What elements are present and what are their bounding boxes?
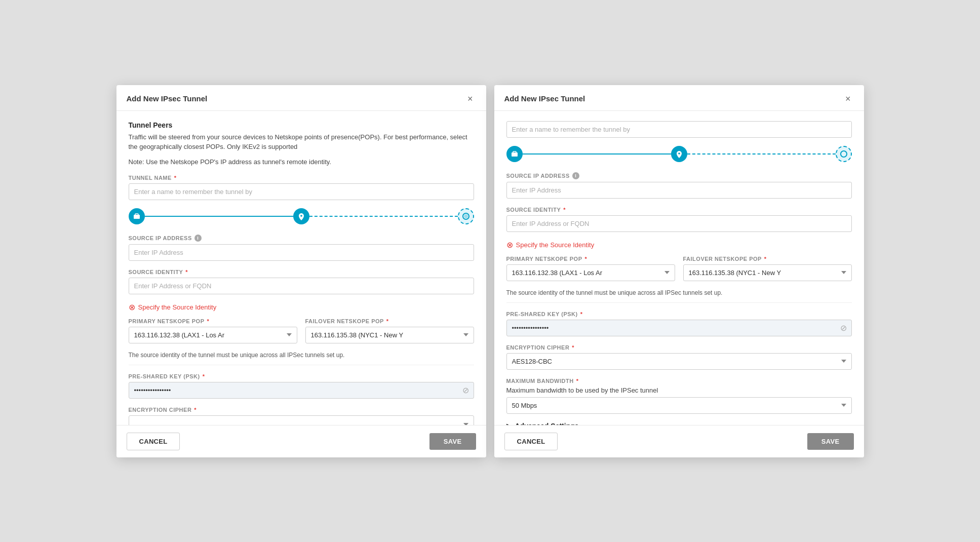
- right-source-ip-info-icon[interactable]: i: [572, 172, 579, 179]
- right-encryption-label: ENCRYPTION CIPHER *: [506, 344, 852, 351]
- left-dialog-close-button[interactable]: ×: [464, 93, 476, 104]
- right-bandwidth-label: MAXIMUM BANDWIDTH *: [506, 378, 852, 384]
- right-progress-indicator: [506, 146, 852, 162]
- tunnel-name-input[interactable]: [129, 183, 474, 200]
- right-primary-pop-label: PRIMARY NETSKOPE POP *: [506, 256, 675, 262]
- right-failover-pop-select[interactable]: 163.116.135.38 (NYC1 - New Y: [683, 264, 852, 281]
- right-source-ip-field: SOURCE IP ADDRESS i: [506, 172, 852, 199]
- psk-visibility-toggle-button[interactable]: ⊘: [462, 385, 469, 395]
- prog-line-1: [145, 216, 293, 217]
- svg-rect-2: [512, 152, 518, 157]
- primary-pop-label: PRIMARY NETSKOPE POP *: [129, 318, 297, 324]
- right-prog-node-2: [671, 146, 687, 162]
- left-dialog-title: Add New IPsec Tunnel: [127, 94, 208, 103]
- failover-pop-select[interactable]: 163.116.135.38 (NYC1 - New Y: [305, 327, 474, 343]
- prog-node-1: [129, 208, 145, 224]
- primary-pop-select[interactable]: 163.116.132.38 (LAX1 - Los Ar: [129, 327, 297, 343]
- required-star-5: *: [203, 373, 205, 379]
- error-circle-icon: ⊗: [129, 302, 135, 312]
- right-unique-note: The source identity of the tunnel must b…: [506, 289, 852, 303]
- psk-field: PRE-SHARED KEY (PSK) * ⊘: [129, 373, 474, 399]
- right-bandwidth-select[interactable]: 50 Mbps: [506, 397, 852, 414]
- right-primary-pop-field: PRIMARY NETSKOPE POP * 163.116.132.38 (L…: [506, 256, 675, 281]
- right-primary-pop-select[interactable]: 163.116.132.38 (LAX1 - Los Ar: [506, 264, 675, 281]
- source-identity-error: ⊗ Specify the Source Identity: [129, 302, 474, 312]
- svg-rect-0: [134, 215, 140, 219]
- right-tunnel-name-input[interactable]: [506, 121, 852, 138]
- source-ip-label: SOURCE IP ADDRESS i: [129, 235, 474, 242]
- right-source-ip-label: SOURCE IP ADDRESS i: [506, 172, 852, 179]
- tunnel-note: Note: Use the Netskope POP's IP address …: [129, 158, 474, 166]
- source-identity-label: SOURCE IDENTITY *: [129, 269, 474, 275]
- right-psk-field: PRE-SHARED KEY (PSK) * ⊘: [506, 311, 852, 336]
- right-required-star-3: *: [764, 256, 767, 262]
- tunnel-name-field: TUNNEL NAME *: [129, 175, 474, 200]
- encryption-field: ENCRYPTION CIPHER *: [129, 407, 474, 425]
- right-eye-slash-icon: ⊘: [840, 324, 847, 332]
- required-star-6: *: [194, 407, 197, 413]
- progress-indicator: [129, 208, 474, 224]
- left-save-button[interactable]: SAVE: [429, 433, 476, 450]
- right-psk-input[interactable]: [506, 320, 852, 336]
- right-pop-row: PRIMARY NETSKOPE POP * 163.116.132.38 (L…: [506, 256, 852, 281]
- left-cancel-button[interactable]: CANCEL: [127, 433, 180, 450]
- right-dialog-body: SOURCE IP ADDRESS i SOURCE IDENTITY * ⊗ …: [494, 111, 864, 425]
- source-identity-field: SOURCE IDENTITY *: [129, 269, 474, 294]
- psk-label: PRE-SHARED KEY (PSK) *: [129, 373, 474, 379]
- right-psk-wrapper: ⊘: [506, 320, 852, 336]
- encryption-select[interactable]: [129, 415, 474, 425]
- source-identity-input[interactable]: [129, 278, 474, 294]
- right-bandwidth-desc: Maximum bandwidth to be used by the IPSe…: [506, 386, 852, 394]
- right-required-star-5: *: [572, 344, 574, 351]
- source-ip-field: SOURCE IP ADDRESS i: [129, 235, 474, 261]
- encryption-label: ENCRYPTION CIPHER *: [129, 407, 474, 413]
- right-source-identity-input[interactable]: [506, 215, 852, 232]
- close-icon: ×: [467, 94, 473, 104]
- left-dialog-footer: CANCEL SAVE: [116, 425, 486, 457]
- right-required-star-6: *: [576, 378, 579, 384]
- right-required-star-2: *: [584, 256, 587, 262]
- psk-wrapper: ⊘: [129, 382, 474, 399]
- left-dialog-body: Tunnel Peers Traffic will be steered fro…: [116, 111, 486, 425]
- right-required-star-4: *: [580, 311, 583, 317]
- pop-row: PRIMARY NETSKOPE POP * 163.116.132.38 (L…: [129, 318, 474, 343]
- eye-slash-icon: ⊘: [462, 386, 469, 395]
- right-prog-line-2: [687, 153, 836, 154]
- right-source-identity-label: SOURCE IDENTITY *: [506, 207, 852, 213]
- failover-pop-label: FAILOVER NETSKOPE POP *: [305, 318, 474, 324]
- tunnel-name-label: TUNNEL NAME *: [129, 175, 474, 181]
- right-psk-visibility-toggle-button[interactable]: ⊘: [840, 323, 847, 333]
- required-star: *: [174, 175, 177, 181]
- left-dialog: Add New IPsec Tunnel × Tunnel Peers Traf…: [116, 85, 486, 457]
- required-star-4: *: [386, 318, 389, 324]
- right-cancel-button[interactable]: CANCEL: [504, 433, 558, 450]
- right-prog-line-1: [523, 153, 671, 154]
- primary-pop-field: PRIMARY NETSKOPE POP * 163.116.132.38 (L…: [129, 318, 297, 343]
- source-ip-info-icon[interactable]: i: [194, 235, 202, 242]
- right-failover-pop-field: FAILOVER NETSKOPE POP * 163.116.135.38 (…: [683, 256, 852, 281]
- source-ip-input[interactable]: [129, 244, 474, 261]
- right-tunnel-name-field: [506, 121, 852, 138]
- right-source-identity-error: ⊗ Specify the Source Identity: [506, 240, 852, 250]
- required-star-3: *: [207, 318, 209, 324]
- prog-node-3: [458, 208, 474, 224]
- right-dialog: Add New IPsec Tunnel × SOURCE IP AD: [494, 85, 864, 457]
- left-dialog-header: Add New IPsec Tunnel ×: [116, 85, 486, 111]
- right-source-ip-input[interactable]: [506, 182, 852, 199]
- right-dialog-footer: CANCEL SAVE: [494, 425, 864, 457]
- prog-node-2: [293, 208, 309, 224]
- right-required-star-1: *: [563, 207, 566, 213]
- right-bandwidth-field: MAXIMUM BANDWIDTH * Maximum bandwidth to…: [506, 378, 852, 414]
- right-source-identity-field: SOURCE IDENTITY *: [506, 207, 852, 232]
- right-dialog-close-button[interactable]: ×: [842, 93, 854, 104]
- prog-line-2: [309, 216, 458, 217]
- right-dialog-title: Add New IPsec Tunnel: [504, 94, 585, 103]
- right-prog-node-1: [506, 146, 523, 162]
- unique-note: The source identity of the tunnel must b…: [129, 352, 474, 365]
- failover-pop-field: FAILOVER NETSKOPE POP * 163.116.135.38 (…: [305, 318, 474, 343]
- right-encryption-select[interactable]: AES128-CBC: [506, 353, 852, 370]
- right-error-circle-icon: ⊗: [506, 240, 513, 250]
- right-save-button[interactable]: SAVE: [807, 433, 854, 450]
- right-dialog-header: Add New IPsec Tunnel ×: [494, 85, 864, 111]
- psk-input[interactable]: [129, 382, 474, 399]
